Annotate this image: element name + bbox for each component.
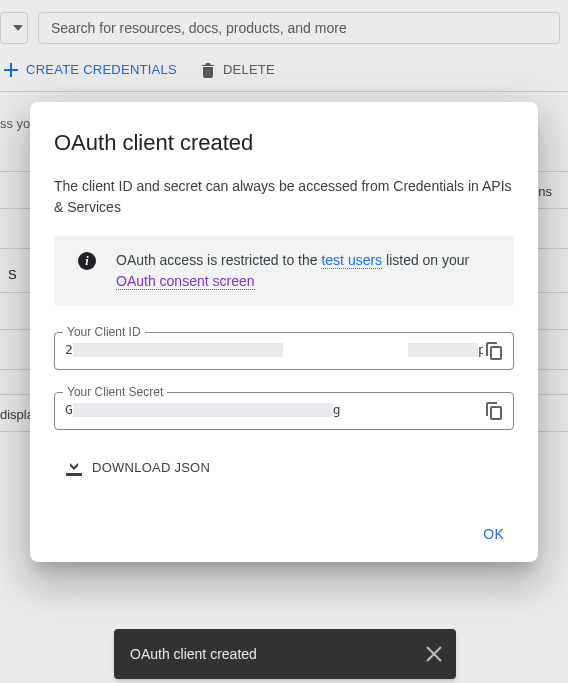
info-banner: i OAuth access is restricted to the test… — [54, 236, 514, 306]
dialog-title: OAuth client created — [54, 130, 514, 156]
download-json-label: DOWNLOAD JSON — [92, 460, 210, 475]
copy-icon — [486, 402, 502, 420]
client-secret-field: Your Client Secret Gg — [54, 392, 514, 430]
info-icon: i — [78, 252, 96, 270]
client-id-label: Your Client ID — [63, 325, 145, 339]
copy-client-id-button[interactable] — [483, 340, 505, 362]
copy-icon — [486, 342, 502, 360]
client-secret-value[interactable]: Gg — [65, 402, 483, 420]
dialog-subtitle: The client ID and secret can always be a… — [54, 176, 514, 218]
client-secret-label: Your Client Secret — [63, 385, 167, 399]
close-icon — [426, 646, 442, 662]
test-users-link[interactable]: test users — [321, 252, 382, 269]
copy-client-secret-button[interactable] — [483, 400, 505, 422]
snackbar-message: OAuth client created — [130, 646, 257, 662]
ok-button[interactable]: OK — [483, 526, 504, 542]
client-id-value[interactable]: 2 ps.g — [65, 342, 483, 360]
client-id-field: Your Client ID 2 ps.g — [54, 332, 514, 370]
consent-screen-link[interactable]: OAuth consent screen — [116, 273, 255, 290]
download-icon — [66, 458, 82, 476]
info-text: OAuth access is restricted to the test u… — [116, 250, 494, 292]
snackbar-close-button[interactable] — [426, 646, 442, 662]
oauth-created-dialog: OAuth client created The client ID and s… — [30, 102, 538, 562]
download-json-button[interactable]: DOWNLOAD JSON — [54, 452, 514, 476]
snackbar: OAuth client created — [114, 629, 456, 679]
